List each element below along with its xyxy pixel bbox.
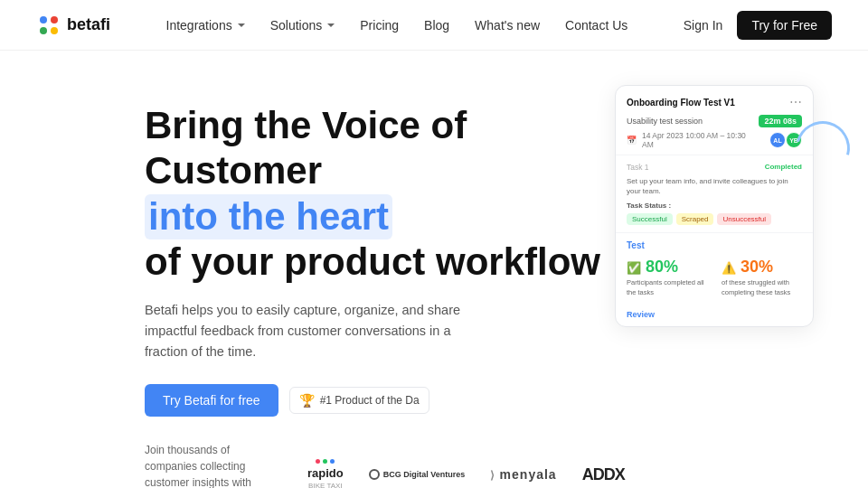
- test-section: Test ✅ 80% Participants completed all th…: [616, 233, 813, 305]
- logo[interactable]: betafi: [36, 13, 110, 38]
- avatar-al: AL: [769, 132, 786, 148]
- chevron-down-icon: [327, 23, 335, 27]
- test-label: Test: [627, 240, 802, 250]
- hero-cta: Try Betafi for free 🏆 #1 Product of the …: [145, 384, 615, 417]
- nav-right: Sign In Try for Free: [684, 11, 832, 40]
- metric1-value: ✅ 80%: [627, 258, 707, 277]
- metric-struggle: ⚠️ 30% of these struggled with completin…: [722, 258, 802, 297]
- addx-name: ADDX: [582, 465, 625, 483]
- metric2-value: ⚠️ 30%: [722, 258, 802, 277]
- nav-pricing[interactable]: Pricing: [360, 18, 399, 33]
- rapido-logo: rapido BIKE TAXI: [307, 459, 344, 488]
- ui-mockup-card: Onboarding Flow Test V1 ⋯ Usability test…: [615, 85, 814, 327]
- bcg-logo: BCG Digital Ventures: [369, 469, 466, 480]
- menu-dots-icon[interactable]: ⋯: [789, 95, 802, 109]
- calendar-icon: 📅: [627, 136, 637, 145]
- scraped-badge: Scraped: [676, 213, 714, 225]
- rapido-name: rapido: [307, 466, 344, 480]
- nav-blog[interactable]: Blog: [424, 18, 449, 33]
- dot1: [316, 459, 320, 464]
- status-badges: Successful Scraped Unsuccessful: [627, 213, 802, 225]
- review-link[interactable]: Review: [616, 305, 813, 326]
- product-hunt-label: #1 Product of the Da: [320, 394, 420, 407]
- metrics-row: ✅ 80% Participants completed all the tas…: [627, 258, 802, 297]
- nav-whats-new[interactable]: What's new: [475, 18, 540, 33]
- svg-point-1: [40, 16, 47, 23]
- card-header: Onboarding Flow Test V1 ⋯ Usability test…: [616, 86, 813, 155]
- nav-contact[interactable]: Contact Us: [565, 18, 627, 33]
- sign-in-link[interactable]: Sign In: [684, 18, 723, 33]
- task-description: Set up your team info, and invite collea…: [627, 176, 802, 196]
- logos-row: rapido BIKE TAXI BCG Digital Ventures ⟩ …: [307, 459, 625, 488]
- hero-title-line3: of your product workflow: [145, 240, 600, 283]
- nav-integrations[interactable]: Integrations: [166, 18, 245, 33]
- addx-logo: ADDX: [582, 465, 625, 484]
- navigation: betafi Integrations Solutions Pricing Bl…: [0, 0, 868, 51]
- nav-links: Integrations Solutions Pricing Blog What…: [166, 18, 628, 33]
- try-betafi-button[interactable]: Try Betafi for free: [145, 384, 278, 417]
- card-title: Onboarding Flow Test V1: [627, 98, 735, 108]
- usability-label: Usability test session: [627, 117, 703, 126]
- task-status-label: Task Status :: [627, 202, 802, 210]
- hero-left: Bring the Voice of Customer into the hea…: [145, 94, 615, 417]
- date-text: 14 Apr 2023 10:00 AM – 10:30 AM: [642, 131, 757, 149]
- dot2: [323, 459, 327, 464]
- checkmark-icon: ✅: [627, 261, 641, 275]
- logos-section: Join thousands of companies collecting c…: [0, 417, 868, 488]
- task-section: Task 1 Completed Set up your team info, …: [616, 155, 813, 233]
- svg-point-3: [40, 27, 47, 34]
- task-completed-text: Completed: [765, 163, 802, 171]
- hero-right: Onboarding Flow Test V1 ⋯ Usability test…: [615, 85, 832, 327]
- bcg-dot-icon: [369, 469, 380, 480]
- svg-point-4: [51, 27, 58, 34]
- product-hunt-badge[interactable]: 🏆 #1 Product of the Da: [289, 387, 429, 414]
- svg-rect-0: [36, 13, 61, 38]
- logos-intro-text: Join thousands of companies collecting c…: [145, 442, 271, 488]
- menyala-name: menyala: [500, 467, 557, 482]
- error-badge: Unsuccessful: [717, 213, 771, 225]
- menyala-logo: ⟩ menyala: [490, 467, 556, 482]
- hero-title: Bring the Voice of Customer into the hea…: [145, 103, 615, 286]
- rapido-dots: [316, 459, 335, 464]
- success-badge: Successful: [627, 213, 673, 225]
- logo-icon: [36, 13, 61, 38]
- metric2-desc: of these struggled with completing these…: [722, 278, 802, 297]
- trophy-icon: 🏆: [299, 393, 315, 408]
- hero-description: Betafi helps you to easily capture, orga…: [145, 300, 488, 363]
- try-free-nav-button[interactable]: Try for Free: [737, 11, 832, 40]
- hero-section: Bring the Voice of Customer into the hea…: [0, 51, 868, 417]
- task-number-label: Task 1: [627, 163, 649, 172]
- dot3: [330, 459, 335, 464]
- rapido-sub: BIKE TAXI: [308, 482, 343, 488]
- menyala-arrow-icon: ⟩: [490, 469, 499, 482]
- metric1-desc: Participants completed all the tasks: [627, 278, 707, 297]
- logo-text: betafi: [67, 15, 110, 34]
- chevron-down-icon: [238, 23, 245, 27]
- warning-icon: ⚠️: [722, 261, 736, 275]
- time-badge: 22m 08s: [759, 115, 802, 127]
- metric-completion: ✅ 80% Participants completed all the tas…: [627, 258, 707, 297]
- hero-title-highlight: into the heart: [145, 194, 392, 239]
- svg-point-2: [51, 16, 58, 23]
- nav-solutions[interactable]: Solutions: [270, 18, 335, 33]
- hero-title-line1: Bring the Voice of Customer: [145, 104, 467, 192]
